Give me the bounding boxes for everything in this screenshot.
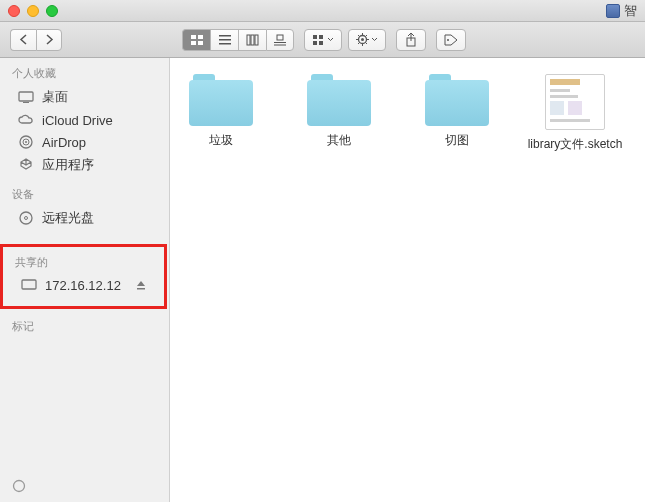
sidebar-item-label: 172.16.12.12 (45, 278, 121, 293)
svg-rect-15 (313, 41, 317, 45)
svg-point-26 (20, 212, 32, 224)
svg-rect-7 (247, 35, 250, 45)
svg-rect-5 (219, 39, 231, 41)
items-row: 垃圾 其他 切图 library文件.sketch (182, 74, 633, 153)
share-group (396, 29, 426, 51)
list-view-button[interactable] (210, 29, 238, 51)
minimize-window-button[interactable] (27, 5, 39, 17)
cloud-icon (18, 112, 34, 128)
nav-group (10, 29, 62, 51)
folder-item[interactable]: 垃圾 (182, 74, 260, 153)
sidebar-item-airdrop[interactable]: AirDrop (0, 131, 169, 153)
svg-rect-12 (274, 44, 286, 45)
svg-rect-9 (255, 35, 258, 45)
sidebar-favorites-section: 个人收藏 桌面 iCloud Drive AirDrop 应用程序 (0, 64, 169, 177)
icon-view-button[interactable] (182, 29, 210, 51)
tag-icon (444, 34, 458, 46)
titlebar: 智 (0, 0, 645, 22)
sidebar-item-label: iCloud Drive (42, 113, 113, 128)
sidebar: 个人收藏 桌面 iCloud Drive AirDrop 应用程序 设备 (0, 58, 170, 502)
back-button[interactable] (10, 29, 36, 51)
zoom-window-button[interactable] (46, 5, 58, 17)
content-area[interactable]: 垃圾 其他 切图 library文件.sketch (170, 58, 645, 502)
svg-point-27 (25, 217, 28, 220)
main-area: 个人收藏 桌面 iCloud Drive AirDrop 应用程序 设备 (0, 58, 645, 502)
folder-icon (425, 74, 489, 126)
sketch-file-icon (545, 74, 605, 130)
sidebar-item-label: 桌面 (42, 88, 68, 106)
share-icon (405, 33, 417, 47)
view-mode-group (182, 29, 294, 51)
disc-icon (18, 210, 34, 226)
svg-point-20 (447, 39, 449, 41)
highlighted-shared-section: 共享的 172.16.12.12 (0, 244, 167, 309)
sidebar-item-label: AirDrop (42, 135, 86, 150)
chevron-down-icon (371, 37, 378, 42)
share-button[interactable] (396, 29, 426, 51)
item-label: 其他 (327, 132, 351, 149)
svg-rect-16 (319, 41, 323, 45)
svg-rect-6 (219, 43, 231, 45)
folder-icon (189, 74, 253, 126)
svg-rect-14 (319, 35, 323, 39)
sidebar-add-tag[interactable] (0, 476, 169, 496)
computer-icon (21, 277, 37, 293)
airdrop-icon (18, 134, 34, 150)
svg-rect-1 (198, 35, 203, 39)
chevron-down-icon (327, 37, 334, 42)
coverflow-view-button[interactable] (266, 29, 294, 51)
svg-rect-13 (313, 35, 317, 39)
sidebar-header-shared: 共享的 (3, 253, 164, 274)
sidebar-header-favorites: 个人收藏 (0, 64, 169, 85)
svg-rect-22 (23, 102, 29, 103)
sidebar-item-label: 远程光盘 (42, 209, 94, 227)
tags-group (436, 29, 466, 51)
sidebar-header-tags: 标记 (0, 317, 169, 338)
toolbar (0, 22, 645, 58)
arrange-button[interactable] (304, 29, 342, 51)
svg-point-30 (14, 481, 25, 492)
svg-point-25 (25, 141, 27, 143)
svg-rect-4 (219, 35, 231, 37)
svg-rect-0 (191, 35, 196, 39)
file-item-sketch[interactable]: library文件.sketch (536, 74, 614, 153)
sidebar-item-shared-server[interactable]: 172.16.12.12 (3, 274, 164, 296)
window-controls (8, 5, 58, 17)
item-label: 切图 (445, 132, 469, 149)
tag-add-icon (12, 479, 26, 493)
column-view-button[interactable] (238, 29, 266, 51)
sidebar-item-label: 应用程序 (42, 156, 94, 174)
folder-item[interactable]: 其他 (300, 74, 378, 153)
action-button[interactable] (348, 29, 386, 51)
sidebar-header-devices: 设备 (0, 185, 169, 206)
arrange-group (304, 29, 386, 51)
svg-rect-28 (22, 280, 36, 289)
sidebar-item-remote-disc[interactable]: 远程光盘 (0, 206, 169, 230)
gear-icon (356, 33, 369, 46)
desktop-icon (18, 89, 34, 105)
folder-item[interactable]: 切图 (418, 74, 496, 153)
forward-button[interactable] (36, 29, 62, 51)
svg-rect-2 (191, 41, 196, 45)
svg-rect-29 (137, 288, 145, 290)
eject-icon[interactable] (136, 280, 146, 290)
sidebar-item-icloud[interactable]: iCloud Drive (0, 109, 169, 131)
item-label: library文件.sketch (528, 136, 623, 153)
sidebar-devices-section: 设备 远程光盘 (0, 185, 169, 230)
sidebar-item-applications[interactable]: 应用程序 (0, 153, 169, 177)
folder-icon (307, 74, 371, 126)
edit-tags-button[interactable] (436, 29, 466, 51)
item-label: 垃圾 (209, 132, 233, 149)
disk-icon (606, 4, 620, 18)
svg-point-18 (361, 38, 364, 41)
svg-rect-3 (198, 41, 203, 45)
svg-rect-11 (274, 42, 286, 43)
sidebar-spacer (0, 346, 169, 476)
window-title: 智 (606, 2, 637, 20)
close-window-button[interactable] (8, 5, 20, 17)
sidebar-tags-section: 标记 (0, 317, 169, 338)
applications-icon (18, 157, 34, 173)
sidebar-item-desktop[interactable]: 桌面 (0, 85, 169, 109)
svg-rect-21 (19, 92, 33, 101)
svg-rect-8 (251, 35, 254, 45)
